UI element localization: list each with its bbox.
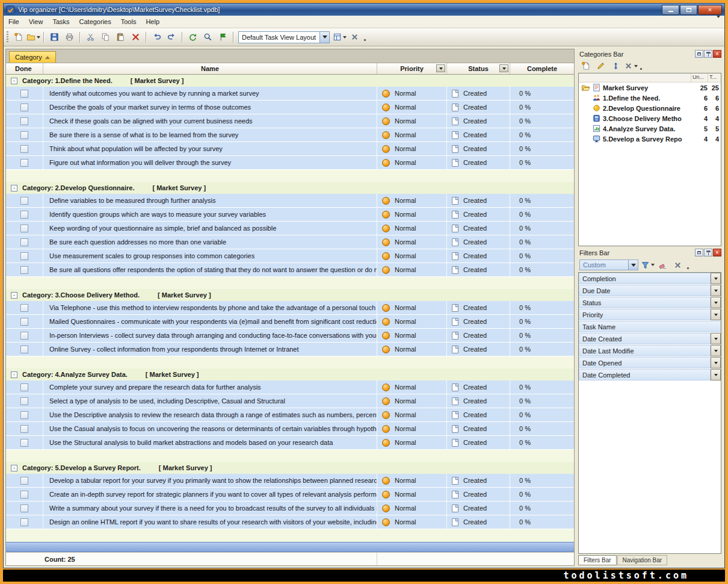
task-name[interactable]: Write a summary about your survey if the… [43,502,377,515]
horizontal-scrollbar[interactable] [6,542,574,552]
group-header-row[interactable]: -Category: 4.Analyze Survey Data.[ Marke… [6,368,574,381]
task-name[interactable]: Select a type of analysis to be used, in… [43,394,377,408]
print-button[interactable] [62,30,76,45]
complete-task-button[interactable] [215,30,230,45]
filters-bar-header[interactable]: Filters Bar × [577,247,723,258]
done-checkbox[interactable] [20,252,28,260]
done-checkbox[interactable] [20,425,28,433]
task-row[interactable]: Use the Structural analysis to build mar… [6,436,574,450]
task-name[interactable]: Design an online HTML report if you want… [43,515,377,529]
combo-dropdown-button[interactable] [319,32,329,43]
task-name[interactable]: Complete your survey and prepare the res… [43,381,377,394]
tree-item[interactable]: 3.Choose Delivery Metho44 [579,113,721,123]
task-name[interactable]: Be sure each question addresses no more … [43,235,377,249]
uncompleted-column-header[interactable]: Un... [691,73,708,82]
task-name[interactable]: Think about what population will be affe… [43,142,377,155]
done-checkbox[interactable] [20,238,28,246]
task-name[interactable]: Use the Descriptive analysis to review t… [43,408,377,421]
done-checkbox[interactable] [20,518,28,526]
filter-dropdown-button[interactable] [711,357,721,368]
done-checkbox[interactable] [20,266,28,274]
pin-panel-button[interactable] [704,50,712,58]
task-row[interactable]: Complete your survey and prepare the res… [6,381,574,394]
menu-tasks[interactable]: Tasks [48,16,74,28]
new-item-button[interactable] [26,30,40,45]
filter-preset-combo[interactable]: Custom [579,259,638,270]
task-row[interactable]: Use measurement scales to group response… [6,249,574,263]
group-header-row[interactable]: -Category: 3.Choose Delivery Method.[ Ma… [6,289,574,301]
group-by-category-tab[interactable]: Category [9,51,56,63]
close-panel-button[interactable]: × [713,249,721,256]
menu-view[interactable]: View [24,16,48,28]
complete-column-header[interactable]: Complete [510,63,574,74]
filter-dropdown-button[interactable] [711,285,721,296]
group-header-row[interactable]: -Category: 1.Define the Need.[ Market Su… [6,75,574,87]
new-task-button[interactable] [11,30,25,45]
paste-button[interactable] [113,30,128,45]
task-row[interactable]: Be sure there is a sense of what is to b… [6,128,574,142]
combo-dropdown-button[interactable] [628,260,638,270]
tree-item[interactable]: 4.Analyze Survey Data.55 [579,123,721,134]
manage-layouts-button[interactable] [332,30,347,45]
cut-button[interactable] [83,30,97,45]
minimize-button[interactable] [662,5,679,15]
group-header-row[interactable]: -Category: 2.Develop Questionnaire.[ Mar… [6,182,574,194]
done-checkbox[interactable] [20,384,28,391]
filter-dropdown-button[interactable] [711,297,721,308]
task-row[interactable]: Describe the goals of your market survey… [6,101,574,114]
task-row[interactable]: Be sure each question addresses no more … [6,235,574,249]
task-row[interactable]: Mailed Questionnaires - communicate with… [6,315,574,329]
done-checkbox[interactable] [20,211,28,219]
priority-column-header[interactable]: Priority [377,63,447,74]
menu-tools[interactable]: Tools [116,16,141,28]
task-name[interactable]: Use measurement scales to group response… [43,249,377,262]
task-row[interactable]: Design an online HTML report if you want… [6,515,574,529]
done-checkbox[interactable] [20,346,28,353]
task-name[interactable]: Mailed Questionnaires - communicate with… [43,315,377,328]
task-row[interactable]: Develop a tabular report for your survey… [6,474,574,488]
done-checkbox[interactable] [20,90,28,98]
close-panel-button[interactable]: × [713,50,721,58]
done-checkbox[interactable] [20,491,28,499]
task-row[interactable]: In-person Interviews - collect survey da… [6,329,574,343]
save-button[interactable] [47,30,61,45]
collapse-group-icon[interactable]: - [11,465,17,471]
collapse-group-icon[interactable]: - [11,371,17,378]
filter-dropdown-button[interactable] [711,273,721,284]
task-row[interactable]: Keep wording of your questionnaire as si… [6,222,574,235]
task-name[interactable]: Via Telephone - use this method to inter… [43,301,377,314]
close-button[interactable]: × [698,5,722,15]
done-checkbox[interactable] [20,197,28,205]
toolbar-overflow-button[interactable] [640,68,642,70]
collapse-group-icon[interactable]: - [11,185,17,191]
task-name[interactable]: Describe the goals of your market survey… [43,101,377,114]
task-name[interactable]: Define variables to be measured through … [43,194,377,207]
menu-overflow-icon[interactable] [715,18,720,25]
task-name[interactable]: Keep wording of your questionnaire as si… [43,222,377,235]
done-checkbox[interactable] [20,477,28,485]
done-checkbox[interactable] [20,318,28,326]
done-checkbox[interactable] [20,332,28,340]
task-name[interactable]: In-person Interviews - collect survey da… [43,329,377,342]
toolbar-grip[interactable] [7,31,8,43]
undo-button[interactable] [149,30,164,45]
layout-combo[interactable]: Default Task View Layout [238,31,330,43]
menu-categories[interactable]: Categories [75,16,116,28]
tree-item[interactable]: 1.Define the Need.66 [579,93,721,103]
filter-dropdown-button[interactable] [711,333,721,344]
status-column-header[interactable]: Status [447,63,510,74]
task-row[interactable]: Identify question groups which are ways … [6,208,574,222]
categories-bar-header[interactable]: Categories Bar × [577,49,723,59]
done-checkbox[interactable] [20,411,28,419]
task-name[interactable]: Online Survey - collect information from… [43,343,377,356]
done-checkbox[interactable] [20,131,28,139]
toolbar-overflow-button[interactable] [364,39,366,41]
done-column-header[interactable]: Done [6,63,43,74]
collapse-group-icon[interactable]: - [11,292,17,299]
task-name[interactable]: Check if these goals can be aligned with… [43,114,377,128]
task-row[interactable]: Be sure all questions offer respondents … [6,263,574,277]
done-checkbox[interactable] [20,104,28,111]
menu-help[interactable]: Help [141,16,164,28]
filter-dropdown-button[interactable] [711,345,721,356]
task-row[interactable]: Use the Casual analysis to focus on unco… [6,422,574,436]
